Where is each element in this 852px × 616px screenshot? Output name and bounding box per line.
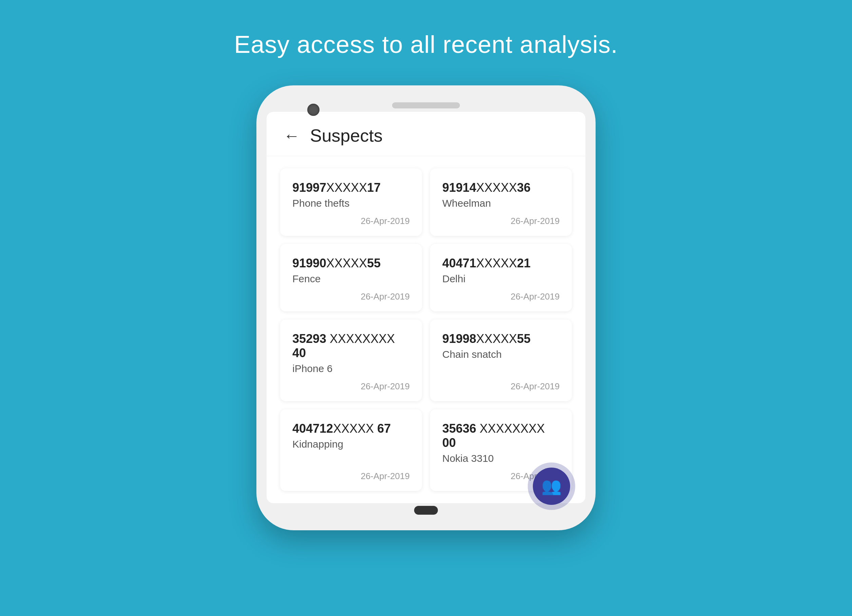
- card-description: iPhone 6: [292, 363, 410, 374]
- suspect-card-card-1[interactable]: 91997XXXXX17 Phone thefts 26-Apr-2019: [280, 169, 422, 236]
- back-button[interactable]: ←: [284, 127, 300, 145]
- suspect-card-card-2[interactable]: 91914XXXXX36 Wheelman 26-Apr-2019: [430, 169, 572, 236]
- card-number: 91914XXXXX36: [442, 181, 560, 195]
- card-number: 35636 XXXXXXXX 00: [442, 422, 560, 450]
- card-date: 26-Apr-2019: [442, 381, 560, 392]
- card-number: 91998XXXXX55: [442, 332, 560, 346]
- card-date: 26-Apr-2019: [292, 216, 410, 226]
- phone-speaker: [392, 102, 460, 108]
- phone-camera: [307, 104, 319, 116]
- suspect-card-card-6[interactable]: 91998XXXXX55 Chain snatch 26-Apr-2019: [430, 319, 572, 401]
- phone-top-bar: [267, 96, 585, 112]
- screen-header: ← Suspects: [267, 112, 585, 156]
- card-description: Delhi: [442, 273, 560, 285]
- card-date: 26-Apr-2019: [292, 291, 410, 302]
- suspect-card-card-4[interactable]: 40471XXXXX21 Delhi 26-Apr-2019: [430, 244, 572, 312]
- suspect-card-card-3[interactable]: 91990XXXXX55 Fence 26-Apr-2019: [280, 244, 422, 312]
- fab-shadow: 👥: [528, 462, 575, 510]
- card-date: 26-Apr-2019: [292, 381, 410, 392]
- screen-title: Suspects: [310, 125, 382, 146]
- suspect-card-card-7[interactable]: 404712XXXXX 67 Kidnapping 26-Apr-2019: [280, 409, 422, 491]
- card-description: Chain snatch: [442, 349, 560, 374]
- card-description: Kidnapping: [292, 438, 410, 464]
- fab-container: 👥: [528, 462, 575, 510]
- card-number: 404712XXXXX 67: [292, 422, 410, 436]
- card-date: 26-Apr-2019: [442, 291, 560, 302]
- card-date: 26-Apr-2019: [292, 471, 410, 482]
- card-description: Phone thefts: [292, 197, 410, 209]
- suspects-grid: 91997XXXXX17 Phone thefts 26-Apr-2019 91…: [267, 156, 585, 503]
- phone-screen: ← Suspects 91997XXXXX17 Phone thefts 26-…: [267, 112, 585, 503]
- card-number: 91990XXXXX55: [292, 256, 410, 270]
- phone-mockup: ← Suspects 91997XXXXX17 Phone thefts 26-…: [257, 85, 595, 530]
- card-number: 40471XXXXX21: [442, 256, 560, 270]
- page-headline: Easy access to all recent analysis.: [234, 30, 618, 58]
- add-suspects-icon: 👥: [541, 477, 562, 496]
- card-number: 91997XXXXX17: [292, 181, 410, 195]
- phone-home-button[interactable]: [414, 506, 438, 515]
- card-number: 35293 XXXXXXXX 40: [292, 332, 410, 360]
- card-description: Wheelman: [442, 197, 560, 209]
- add-suspects-fab[interactable]: 👥: [533, 468, 570, 505]
- card-date: 26-Apr-2019: [442, 216, 560, 226]
- card-description: Fence: [292, 273, 410, 285]
- suspect-card-card-5[interactable]: 35293 XXXXXXXX 40 iPhone 6 26-Apr-2019: [280, 319, 422, 401]
